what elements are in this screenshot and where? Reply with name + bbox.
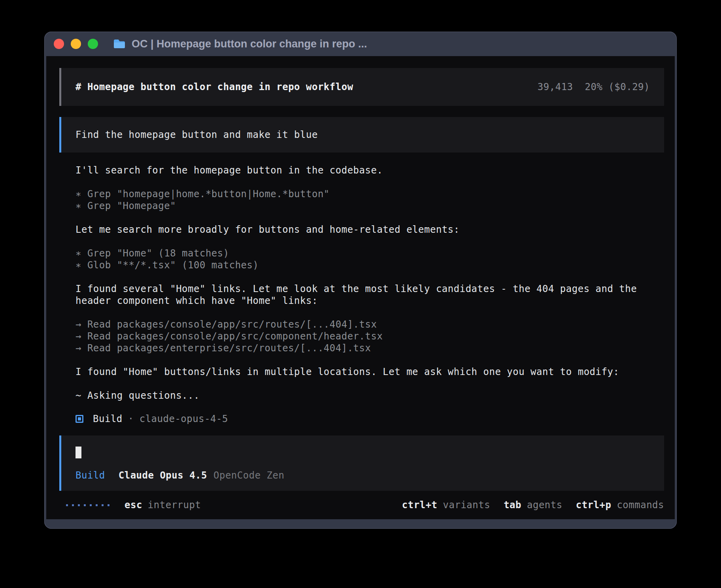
spinner-dot bbox=[90, 504, 92, 506]
assistant-text-line: ~ Asking questions... bbox=[75, 390, 664, 401]
terminal-window: OC | Homepage button color change in rep… bbox=[44, 32, 677, 529]
assistant-text-line: I found "Home" buttons/links in multiple… bbox=[75, 366, 664, 378]
close-button[interactable] bbox=[54, 39, 64, 49]
esc-key-label: interrupt bbox=[148, 499, 201, 511]
tool-call-group: → Read packages/console/app/src/routes/[… bbox=[75, 318, 664, 354]
hint-key: tab bbox=[504, 499, 521, 511]
tool-call-group: ∗ Grep "Home" (18 matches)∗ Glob "**/*.t… bbox=[75, 247, 664, 271]
spinner-dot bbox=[108, 504, 109, 506]
assistant-paragraph: I'll search for the homepage button in t… bbox=[75, 164, 664, 176]
hint-label: agents bbox=[527, 499, 562, 511]
assistant-text-line: I found several "Home" links. Let me loo… bbox=[75, 283, 664, 295]
hint-variants: ctrl+t variants bbox=[402, 499, 490, 511]
assistant-paragraph: I found "Home" buttons/links in multiple… bbox=[75, 366, 664, 378]
spinner-dot bbox=[96, 504, 98, 506]
tool-call-line: → Read packages/console/app/src/routes/[… bbox=[75, 318, 664, 330]
assistant-paragraph: ~ Asking questions... bbox=[75, 390, 664, 401]
hint-agents: tab agents bbox=[504, 499, 562, 511]
token-count: 39,413 bbox=[538, 81, 573, 93]
hint-label: commands bbox=[617, 499, 664, 511]
input-provider-label: OpenCode Zen bbox=[213, 469, 284, 481]
tool-call-line: ∗ Grep "Homepage" bbox=[75, 200, 664, 212]
session-title: # Homepage button color change in repo w… bbox=[75, 81, 353, 93]
user-message: Find the homepage button and make it blu… bbox=[59, 117, 664, 153]
tool-call-line: ∗ Grep "homepage|home.*button|Home.*butt… bbox=[75, 188, 664, 200]
tool-call-line: ∗ Glob "**/*.tsx" (100 matches) bbox=[75, 259, 664, 271]
window-title: OC | Homepage button color change in rep… bbox=[132, 38, 367, 50]
agent-separator: · bbox=[128, 413, 134, 424]
spinner-dot bbox=[78, 504, 80, 506]
conversation: I'll search for the homepage button in t… bbox=[75, 164, 664, 401]
tool-call-line: → Read packages/enterprise/src/routes/[.… bbox=[75, 342, 664, 354]
assistant-paragraph: I found several "Home" links. Let me loo… bbox=[75, 283, 664, 307]
user-message-text: Find the homepage button and make it blu… bbox=[75, 129, 318, 140]
spinner-dot bbox=[102, 504, 104, 506]
input-mode-label[interactable]: Build bbox=[75, 469, 105, 481]
context-usage-cost: 20% ($0.29) bbox=[585, 81, 650, 93]
prompt-input[interactable]: Build Claude Opus 4.5 OpenCode Zen bbox=[59, 435, 664, 491]
status-bar: esc interrupt ctrl+t variants tab agents… bbox=[59, 499, 664, 511]
spinner-dot bbox=[72, 504, 74, 506]
hint-commands: ctrl+p commands bbox=[576, 499, 664, 511]
input-model-label[interactable]: Claude Opus 4.5 bbox=[119, 469, 207, 481]
status-left: esc interrupt bbox=[66, 499, 201, 511]
assistant-text-line: Let me search more broadly for buttons a… bbox=[75, 224, 664, 236]
session-header: # Homepage button color change in repo w… bbox=[59, 68, 664, 106]
input-meta: Build Claude Opus 4.5 OpenCode Zen bbox=[75, 469, 650, 481]
agent-model: claude-opus-4-5 bbox=[140, 413, 228, 424]
status-right: ctrl+t variants tab agents ctrl+p comman… bbox=[402, 499, 664, 511]
tool-call-group: ∗ Grep "homepage|home.*button|Home.*butt… bbox=[75, 188, 664, 212]
agent-name: Build bbox=[93, 413, 123, 424]
esc-key-hint: esc bbox=[125, 499, 142, 511]
hint-key: ctrl+p bbox=[576, 499, 612, 511]
assistant-paragraph: Let me search more broadly for buttons a… bbox=[75, 224, 664, 236]
text-cursor bbox=[75, 447, 81, 458]
spinner-dots bbox=[66, 504, 109, 506]
assistant-text-line: header component which have "Home" links… bbox=[75, 295, 664, 307]
agent-build-icon bbox=[75, 415, 83, 423]
folder-icon bbox=[113, 38, 126, 49]
assistant-text-line: I'll search for the homepage button in t… bbox=[75, 164, 664, 176]
minimize-button[interactable] bbox=[71, 39, 81, 49]
zoom-button[interactable] bbox=[88, 39, 98, 49]
hint-label: variants bbox=[443, 499, 491, 511]
tool-call-line: → Read packages/console/app/src/componen… bbox=[75, 330, 664, 342]
titlebar[interactable]: OC | Homepage button color change in rep… bbox=[44, 32, 677, 56]
tool-call-line: ∗ Grep "Home" (18 matches) bbox=[75, 247, 664, 259]
spinner-dot bbox=[66, 504, 68, 506]
hint-key: ctrl+t bbox=[402, 499, 438, 511]
agent-status: Build · claude-opus-4-5 bbox=[75, 413, 664, 424]
session-stats: 39,413 20% ($0.29) bbox=[538, 81, 650, 93]
spinner-dot bbox=[84, 504, 86, 506]
terminal-screen: # Homepage button color change in repo w… bbox=[46, 56, 675, 519]
